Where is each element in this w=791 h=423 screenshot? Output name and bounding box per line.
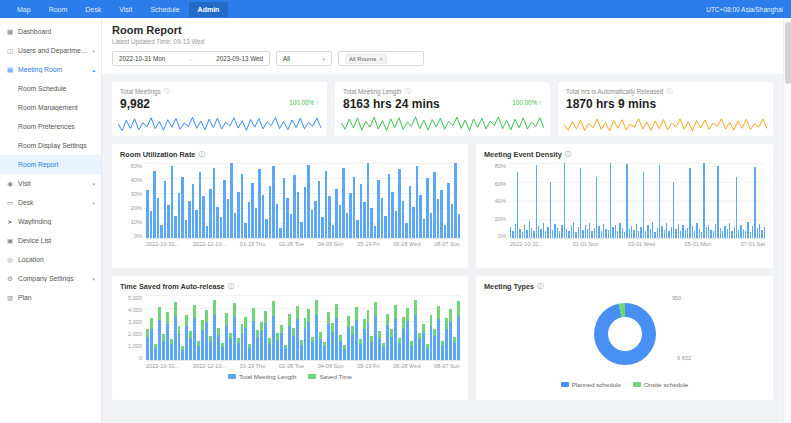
nav-admin[interactable]: Admin	[189, 2, 229, 17]
stat-card-total-meeting-length: Total Meeting Length ⓘ 8163 hrs 24 mins …	[335, 82, 550, 136]
desk-icon: ▭	[6, 199, 14, 207]
utilization-bars	[146, 163, 460, 239]
filter-bar: 2022-10-31 Mon → 2023-09-13 Wed All ▾ Al…	[112, 51, 773, 66]
x-axis: 2022-10-31...2022-12-10...01-19 Thu02-28…	[146, 241, 460, 247]
sidebar-item-label: Location	[18, 256, 95, 263]
nav-room[interactable]: Room	[40, 2, 77, 17]
report-content: Total Meetings ⓘ 9,982 100.00% ↑ Total M…	[102, 74, 783, 400]
sidebar-item-label: Users and Departments	[18, 47, 88, 54]
sidebar-item-label: Room Report	[18, 161, 95, 168]
sidebar-item-room-report[interactable]: Room Report	[0, 155, 101, 174]
sidebar-item-meeting-room[interactable]: ▤ Meeting Room ▴	[0, 60, 101, 79]
sidebar-item-label: Room Display Settings	[18, 142, 95, 149]
legend-label: Onsite schedule	[644, 381, 688, 388]
sidebar-item-room-schedule[interactable]: Room Schedule	[0, 79, 101, 98]
updated-time: Latest Updated Time: 09-13 Wed	[112, 38, 773, 45]
sidebar-item-label: Desk	[18, 199, 88, 206]
info-icon[interactable]: ⓘ	[164, 87, 170, 96]
rooms-filter[interactable]: All Rooms ×	[338, 51, 424, 66]
timezone-display[interactable]: UTC+08:00 Asia/Shanghai	[706, 6, 783, 13]
info-icon[interactable]: ⓘ	[565, 150, 571, 159]
sidebar: ▦ Dashboard ◫ Users and Departments ▾ ▤ …	[0, 18, 102, 423]
sidebar-item-location[interactable]: ◎ Location	[0, 250, 101, 269]
legend-saved-time[interactable]: Saved Time	[308, 373, 352, 380]
nav-schedule[interactable]: Schedule	[141, 2, 188, 17]
chevron-up-icon: ▴	[92, 67, 95, 73]
visit-icon: ◉	[6, 180, 14, 188]
sidebar-item-plan[interactable]: ▥ Plan	[0, 288, 101, 307]
y-axis: 5,0004,0003,0002,0001,0000	[120, 295, 146, 361]
company-settings-icon: ⚙	[6, 275, 14, 283]
chart-room-utilization: Room Utilization Rate ⓘ 50%40%30%20%10%0…	[112, 144, 468, 268]
legend-planned-schedule[interactable]: Planned schedule	[561, 381, 621, 388]
sidebar-item-label: Room Management	[18, 104, 95, 111]
room-tag: All Rooms ×	[345, 54, 387, 64]
stat-delta: 100.00% ↑	[512, 99, 542, 106]
sidebar-item-visit[interactable]: ◉ Visit ▾	[0, 174, 101, 193]
sidebar-item-label: Wayfinding	[18, 218, 95, 225]
sidebar-item-label: Room Schedule	[18, 85, 95, 92]
chart-title: Meeting Types	[484, 282, 534, 291]
sidebar-item-label: Room Preferences	[18, 123, 95, 130]
stat-value: 1870 hrs 9 mins	[566, 97, 765, 111]
nav-map[interactable]: Map	[8, 2, 40, 17]
arrow-right-icon: →	[188, 55, 194, 62]
date-end: 2023-09-13 Wed	[216, 55, 263, 62]
scrollbar-thumb[interactable]	[785, 22, 791, 84]
sidebar-item-label: Meeting Room	[18, 66, 88, 73]
nav-desk[interactable]: Desk	[76, 2, 110, 17]
legend-onsite-schedule[interactable]: Onsite schedule	[633, 381, 688, 388]
meeting-types-donut	[594, 303, 656, 365]
stat-card-auto-released: Total hrs is Automatically Released ⓘ 18…	[558, 82, 773, 136]
chevron-down-icon: ▾	[92, 276, 95, 282]
date-range-picker[interactable]: 2022-10-31 Mon → 2023-09-13 Wed	[112, 51, 270, 66]
info-icon[interactable]: ⓘ	[198, 150, 204, 159]
sidebar-item-users-departments[interactable]: ◫ Users and Departments ▾	[0, 41, 101, 60]
info-icon[interactable]: ⓘ	[537, 282, 543, 291]
y-axis: 80%60%40%20%0%	[484, 163, 510, 239]
chart-time-saved: Time Saved from Auto-release ⓘ 5,0004,00…	[112, 276, 468, 400]
sidebar-item-room-display-settings[interactable]: Room Display Settings	[0, 136, 101, 155]
legend-label: Planned schedule	[572, 381, 621, 388]
legend-label: Total Meeting Length	[239, 373, 296, 380]
sparkline-auto-released	[564, 115, 767, 134]
density-bars	[510, 163, 765, 239]
stat-delta: 100.00% ↑	[289, 99, 319, 106]
page-title: Room Report	[112, 24, 773, 36]
legend-swatch	[561, 382, 569, 387]
sidebar-item-dashboard[interactable]: ▦ Dashboard	[0, 22, 101, 41]
stat-label: Total Meetings	[120, 88, 161, 95]
stat-label: Total Meeting Length	[343, 88, 401, 95]
chart-row-2: Time Saved from Auto-release ⓘ 5,0004,00…	[112, 276, 773, 400]
sidebar-item-label: Visit	[18, 180, 88, 187]
room-tag-label: All Rooms	[349, 56, 376, 62]
chevron-down-icon: ▾	[92, 48, 95, 54]
sidebar-item-desk[interactable]: ▭ Desk ▾	[0, 193, 101, 212]
info-icon[interactable]: ⓘ	[228, 282, 234, 291]
sidebar-item-room-management[interactable]: Room Management	[0, 98, 101, 117]
scope-select[interactable]: All ▾	[276, 51, 332, 66]
info-icon[interactable]: ⓘ	[666, 87, 672, 96]
sidebar-item-device-list[interactable]: ▣ Device List	[0, 231, 101, 250]
sidebar-item-company-settings[interactable]: ⚙ Company Settings ▾	[0, 269, 101, 288]
page-header: Room Report Latest Updated Time: 09-13 W…	[102, 18, 783, 74]
top-navigation: Map Room Desk Visit Schedule Admin UTC+0…	[0, 0, 791, 18]
stat-card-total-meetings: Total Meetings ⓘ 9,982 100.00% ↑	[112, 82, 327, 136]
nav-visit[interactable]: Visit	[110, 2, 141, 17]
chart-row-1: Room Utilization Rate ⓘ 50%40%30%20%10%0…	[112, 144, 773, 268]
sidebar-item-room-preferences[interactable]: Room Preferences	[0, 117, 101, 136]
time-saved-bars	[146, 295, 460, 361]
stat-label: Total hrs is Automatically Released	[566, 88, 663, 95]
legend: Planned schedule Onsite schedule	[484, 381, 765, 388]
page-scrollbar[interactable]	[783, 18, 791, 423]
info-icon[interactable]: ⓘ	[404, 87, 410, 96]
main-content: Room Report Latest Updated Time: 09-13 W…	[102, 18, 783, 423]
sidebar-item-label: Dashboard	[18, 28, 95, 35]
chart-title: Time Saved from Auto-release	[120, 282, 225, 291]
legend: Total Meeting Length Saved Time	[120, 373, 460, 380]
sidebar-item-wayfinding[interactable]: ➤ Wayfinding	[0, 212, 101, 231]
close-icon[interactable]: ×	[379, 56, 383, 62]
chevron-down-icon: ▾	[92, 200, 95, 206]
meeting-room-icon: ▤	[6, 66, 14, 74]
legend-total-meeting-length[interactable]: Total Meeting Length	[228, 373, 296, 380]
